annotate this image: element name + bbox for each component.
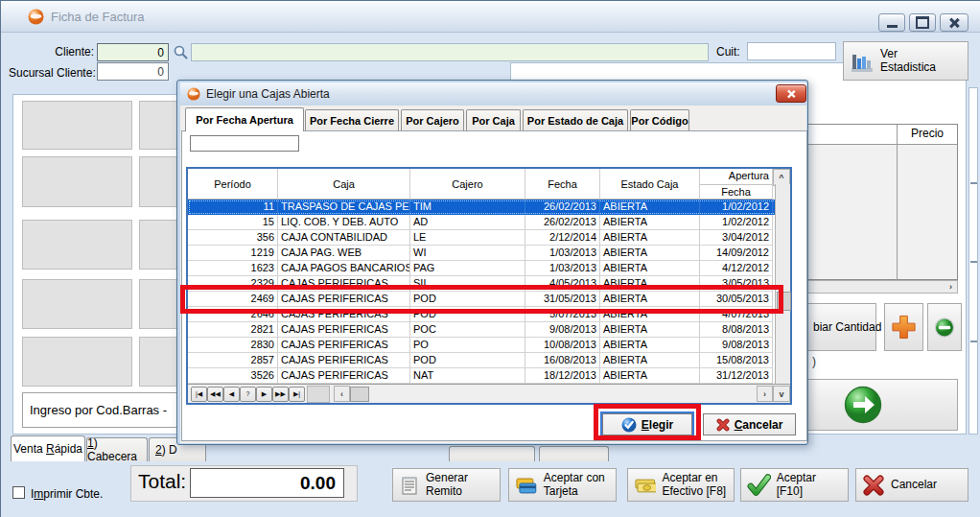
table-cell[interactable]: CAJAS PERIFERICAS [278,368,410,384]
table-cell[interactable]: ABIERTA [600,322,700,338]
quick-item-button[interactable] [22,220,132,270]
table-row[interactable]: 11TRASPASO DE CAJAS PERTIM26/02/2013ABIE… [188,200,790,215]
sucursal-input[interactable] [97,62,169,81]
table-row[interactable]: 2857CAJAS PERIFERICASPOD16/08/2013ABIERT… [188,353,790,368]
quick-item-button[interactable] [22,337,132,387]
table-cell[interactable]: ABIERTA [600,230,700,246]
table-cell[interactable]: 11 [188,200,278,215]
close-button[interactable] [940,13,968,32]
nav-first-button[interactable]: |◀ [191,387,207,402]
cuit-input[interactable] [747,42,836,60]
table-cell[interactable]: 26/02/2013 [525,215,600,230]
hscroll-left-button[interactable]: ‹ [334,386,350,402]
table-cell[interactable]: 15 [188,215,278,230]
table-cell[interactable]: 1/03/2013 [525,246,600,261]
minimize-button[interactable] [878,13,905,32]
dialog-tab-por-estado-de-caja[interactable]: Por Estado de Caja [523,109,628,131]
table-cell[interactable]: TIM [410,200,525,215]
table-row[interactable]: 3526CAJAS PERIFERICASNAT18/12/2013ABIERT… [188,368,790,384]
nav-last-button[interactable]: ▶| [289,387,305,402]
dialog-tab-por-caja[interactable]: Por Caja [466,109,521,131]
cliente-nombre-input[interactable] [191,43,709,61]
nav-prev-page-button[interactable]: ◀◀ [207,387,223,402]
aceptar-button[interactable]: Aceptar [F10] [740,468,849,502]
cliente-code-input[interactable] [97,43,169,61]
quick-item-button[interactable] [22,101,132,150]
tab-stub[interactable] [539,446,609,461]
aceptar-tarjeta-button[interactable]: Aceptar con Tarjeta [508,468,617,502]
table-cell[interactable]: 3/04/2012 [700,230,773,246]
table-cell[interactable]: AD [410,215,525,230]
table-cell[interactable]: 2857 [188,353,278,368]
table-cell[interactable]: 8/08/2013 [700,322,773,338]
table-row[interactable]: 1219CAJA PAG. WEBWI1/03/2013ABIERTA14/09… [188,246,790,261]
table-cell[interactable]: 10/08/2013 [525,338,600,353]
table-cell[interactable]: LIQ. COB. Y DEB. AUTO [278,215,410,230]
table-cell[interactable]: 16/08/2013 [525,353,600,368]
table-cell[interactable]: POC [410,322,525,338]
dialog-tab-por-codigo[interactable]: Por Código [630,109,689,131]
hscroll-right-button[interactable]: › [757,386,773,402]
table-cell[interactable]: 2821 [188,322,278,338]
table-cell[interactable]: 9/08/2013 [525,322,600,338]
nav-next-button[interactable]: ▶ [256,387,272,402]
column-header[interactable]: Período [188,169,278,200]
generar-remito-button[interactable]: Generar Remito [392,468,501,502]
table-cell[interactable]: 1/02/2012 [700,215,773,230]
table-cell[interactable]: 15/08/2013 [700,353,773,368]
scroll-down-button[interactable]: v [773,386,790,402]
tab-stub[interactable] [449,446,535,461]
table-cell[interactable]: POD [410,353,525,368]
table-cell[interactable]: 4/12/2012 [700,261,773,276]
table-row[interactable]: 2830CAJAS PERIFERICASPO10/08/2013ABIERTA… [188,338,790,353]
table-cell[interactable]: CAJA PAGOS BANCARIOS [278,261,410,276]
cancelar-button[interactable]: Cancelar [855,468,968,502]
table-row[interactable]: 2821CAJAS PERIFERICASPOC9/08/2013ABIERTA… [188,322,790,338]
column-header[interactable]: Cajero [410,169,525,200]
table-cell[interactable]: ABIERTA [600,246,700,261]
table-cell[interactable]: 2830 [188,338,278,353]
precio-hscroll[interactable]: › [807,280,958,294]
tab-cabecera[interactable]: 1) Cabecera [86,437,148,461]
table-cell[interactable]: 18/12/2013 [525,368,600,384]
table-row[interactable]: 15LIQ. COB. Y DEB. AUTOAD26/02/2013ABIER… [188,215,790,230]
table-cell[interactable]: CAJA PAG. WEB [278,246,410,261]
table-cell[interactable]: CAJAS PERIFERICAS [278,353,410,368]
table-cell[interactable]: PO [410,338,525,353]
table-cell[interactable]: 2/12/2014 [525,230,600,246]
quick-item-button[interactable] [22,279,132,329]
table-cell[interactable]: 9/08/2013 [700,338,773,353]
table-cell[interactable]: WI [410,246,525,261]
table-row[interactable]: 356CAJA CONTABILIDADLE2/12/2014ABIERTA3/… [188,230,790,246]
table-cell[interactable]: 14/09/2012 [700,246,773,261]
column-header-apertura[interactable]: Apertura Fecha [700,169,773,200]
maximize-button[interactable] [909,13,936,32]
table-cell[interactable]: CAJAS PERIFERICAS [278,322,410,338]
table-cell[interactable]: 1/02/2012 [700,200,773,215]
table-cell[interactable]: CAJAS PERIFERICAS [278,338,410,353]
table-cell[interactable]: ABIERTA [600,368,700,384]
filter-input[interactable] [190,135,299,152]
column-header[interactable]: Estado Caja [600,169,700,200]
table-cell[interactable]: ABIERTA [600,215,700,230]
column-header[interactable]: Caja [278,169,410,200]
nav-prev-button[interactable]: ◀ [223,387,240,402]
hscroll-thumb[interactable] [350,387,369,402]
nav-search-button[interactable]: ? [240,387,256,402]
vertical-scrollbar[interactable] [775,184,790,384]
remove-quantity-button[interactable] [927,303,962,351]
dialog-tab-por-fecha-apertura[interactable]: Por Fecha Apertura [185,107,304,131]
table-cell[interactable]: ABIERTA [600,200,700,215]
search-icon[interactable] [173,44,189,60]
table-cell[interactable]: 3526 [188,368,278,384]
imprimir-checkbox[interactable] [12,486,25,499]
table-row[interactable]: 1623CAJA PAGOS BANCARIOSPAG1/03/2013ABIE… [188,261,790,276]
aceptar-efectivo-button[interactable]: Aceptar en Efectivo [F8] [627,468,735,502]
table-cell[interactable]: 1219 [188,246,278,261]
ver-estadistica-button[interactable]: Ver Estadistica [843,41,968,81]
table-cell[interactable]: ABIERTA [600,338,700,353]
table-cell[interactable]: ABIERTA [600,261,700,276]
tab-venta-rapida[interactable]: Venta Rápida [11,435,85,461]
dialog-tab-por-cajero[interactable]: Por Cajero [401,109,464,131]
table-cell[interactable]: 26/02/2013 [525,200,600,215]
